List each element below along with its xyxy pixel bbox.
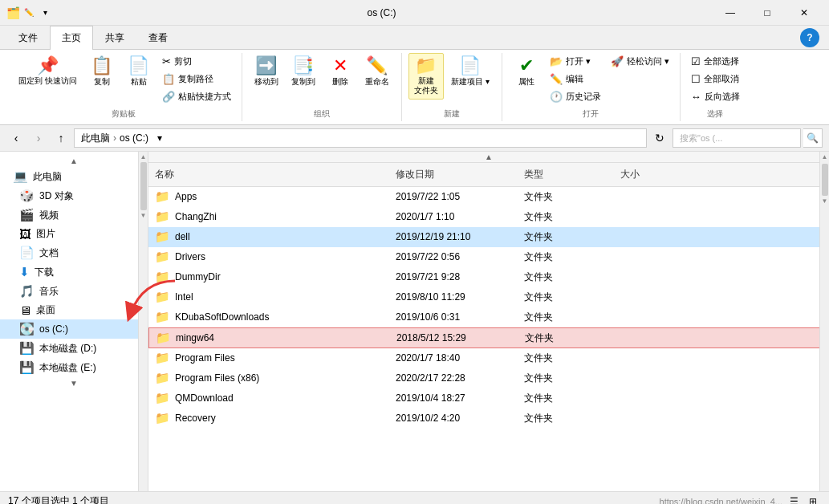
- cut-button[interactable]: ✂ 剪切: [158, 53, 235, 70]
- details-view-button[interactable]: ☰: [786, 494, 802, 505]
- tab-share[interactable]: 共享: [93, 26, 136, 50]
- table-row[interactable]: 📁 Intel 2019/8/10 11:29 文件夹: [148, 287, 829, 307]
- table-row[interactable]: 📁 QMDownload 2019/10/4 18:27 文件夹: [148, 388, 829, 408]
- disk-e-icon: 💾: [19, 360, 35, 375]
- nav-item-documents[interactable]: 📄 文档: [0, 243, 148, 262]
- table-row[interactable]: 📁 KDubaSoftDownloads 2019/10/6 0:31 文件夹: [148, 307, 829, 327]
- table-row[interactable]: 📁 Program Files (x86) 2020/2/17 22:28 文件…: [148, 368, 829, 388]
- file-date: 2019/10/2 4:20: [389, 413, 518, 424]
- paste-shortcut-button[interactable]: 🔗 粘贴快捷方式: [158, 88, 235, 105]
- table-row[interactable]: 📁 mingw64 2018/5/12 15:29 文件夹: [148, 327, 829, 348]
- minimize-button[interactable]: —: [712, 0, 749, 26]
- nav-item-video-label: 视频: [39, 209, 59, 222]
- nav-item-disk-d[interactable]: 💾 本地磁盘 (D:): [0, 339, 148, 358]
- table-row[interactable]: 📁 DummyDir 2019/7/21 9:28 文件夹: [148, 267, 829, 287]
- search-box[interactable]: 搜索"os (...: [673, 128, 801, 148]
- history-button[interactable]: 🕐 历史记录: [546, 88, 605, 105]
- select-group-content: ☑ 全部选择 ☐ 全部取消 ↔ 反向选择: [687, 53, 744, 105]
- file-type: 文件夹: [518, 270, 614, 284]
- nav-item-downloads[interactable]: ⬇ 下载: [0, 262, 148, 282]
- help-button[interactable]: ?: [800, 28, 819, 47]
- file-list-area: ▲ 名称 修改日期 类型 大小 📁 Apps 2019/7/22 1:05 文件…: [148, 152, 829, 491]
- nav-item-os-c[interactable]: 💽 os (C:): [0, 319, 148, 339]
- table-row[interactable]: 📁 Drivers 2019/7/22 0:56 文件夹: [148, 247, 829, 267]
- file-name: DummyDir: [175, 271, 221, 282]
- move-to-button[interactable]: ➡️ 移动到: [249, 53, 284, 91]
- ribbon-group-select: ☑ 全部选择 ☐ 全部取消 ↔ 反向选择 选择: [681, 53, 750, 121]
- table-row[interactable]: 📁 ChangZhi 2020/1/7 1:10 文件夹: [148, 207, 829, 227]
- open-small-col: 📂 打开 ▾ ✏️ 编辑 🕐 历史记录: [546, 53, 605, 105]
- edit-button[interactable]: ✏️ 编辑: [546, 71, 605, 87]
- folder-icon: 📁: [155, 351, 170, 365]
- file-type: 文件夹: [518, 372, 614, 385]
- nav-item-computer-label: 此电脑: [33, 170, 62, 184]
- nav-scroll-up[interactable]: ▲: [0, 155, 148, 167]
- search-button[interactable]: 🔍: [803, 128, 823, 148]
- file-rows-container: 📁 Apps 2019/7/22 1:05 文件夹 📁 ChangZhi 202…: [148, 187, 829, 429]
- tab-view[interactable]: 查看: [136, 26, 180, 50]
- table-row[interactable]: 📁 Apps 2019/7/22 1:05 文件夹: [148, 187, 829, 207]
- address-bar: ‹ › ↑ 此电脑 › os (C:) ▾ ↻ 搜索"os (... 🔍: [0, 125, 829, 152]
- properties-button[interactable]: ✔ 属性: [509, 53, 544, 91]
- table-row[interactable]: 📁 Program Files 2020/1/7 18:40 文件夹: [148, 348, 829, 368]
- nav-item-3d-label: 3D 对象: [39, 189, 74, 203]
- copy-button[interactable]: 📋 复制: [84, 53, 120, 91]
- address-dropdown[interactable]: ▾: [152, 132, 168, 144]
- table-row[interactable]: 📁 Recovery 2019/10/2 4:20 文件夹: [148, 408, 829, 429]
- forward-button[interactable]: ›: [29, 128, 48, 148]
- folder-icon: 📁: [155, 270, 170, 284]
- pictures-icon: 🖼: [19, 227, 31, 241]
- nav-item-disk-e[interactable]: 💾 本地磁盘 (E:): [0, 358, 148, 377]
- breadcrumb-drive[interactable]: os (C:): [120, 132, 148, 144]
- easy-access-button[interactable]: 🚀 轻松访问 ▾: [607, 53, 673, 70]
- select-all-button[interactable]: ☑ 全部选择: [687, 53, 744, 70]
- nav-item-computer[interactable]: 💻 此电脑: [0, 167, 148, 186]
- invert-selection-button[interactable]: ↔ 反向选择: [687, 88, 744, 105]
- delete-button[interactable]: ✕ 删除: [323, 53, 358, 91]
- header-date[interactable]: 修改日期: [389, 166, 518, 183]
- table-row[interactable]: 📁 dell 2019/12/19 21:10 文件夹: [148, 227, 829, 247]
- nav-item-video[interactable]: 🎬 视频: [0, 205, 148, 225]
- tab-home[interactable]: 主页: [50, 26, 93, 50]
- new-item-button[interactable]: 📄 新建项目 ▾: [445, 53, 495, 91]
- maximize-button[interactable]: □: [749, 0, 786, 26]
- nav-item-desktop-label: 桌面: [36, 303, 55, 317]
- folder-icon: 📁: [155, 189, 170, 204]
- title-dropdown-icon[interactable]: ▾: [39, 6, 51, 19]
- nav-scroll-thumb: [140, 162, 147, 210]
- copy-path-button[interactable]: 📋 复制路径: [158, 71, 235, 87]
- pin-to-quick-access-button[interactable]: 📌 固定到 快速访问: [13, 53, 83, 90]
- back-button[interactable]: ‹: [6, 128, 26, 148]
- nav-item-desktop[interactable]: 🖥 桌面: [0, 301, 148, 319]
- header-size[interactable]: 大小: [614, 166, 694, 183]
- open-group-content: ✔ 属性 📂 打开 ▾ ✏️ 编辑 🕐 历史记录 🚀: [509, 53, 673, 105]
- breadcrumb-computer[interactable]: 此电脑: [81, 132, 110, 145]
- address-input[interactable]: 此电脑 › os (C:) ▾: [74, 128, 647, 148]
- nav-scroll-down[interactable]: ▼: [0, 377, 148, 389]
- nav-scrollbar[interactable]: ▲ ▼: [138, 152, 148, 491]
- video-icon: 🎬: [19, 208, 35, 222]
- new-label: 新建: [444, 107, 460, 121]
- open-button[interactable]: 📂 打开 ▾: [546, 53, 605, 70]
- header-name[interactable]: 名称: [148, 166, 389, 183]
- file-scrollbar[interactable]: ▲ ▼: [819, 152, 829, 491]
- new-folder-button[interactable]: 📁 新建文件夹: [408, 53, 444, 100]
- close-button[interactable]: ✕: [786, 0, 823, 26]
- up-button[interactable]: ↑: [51, 128, 71, 148]
- copy-to-button[interactable]: 📑 复制到: [286, 53, 321, 91]
- header-type[interactable]: 类型: [518, 166, 614, 183]
- nav-item-pictures[interactable]: 🖼 图片: [0, 225, 148, 243]
- file-name: Program Files: [175, 352, 235, 364]
- deselect-all-button[interactable]: ☐ 全部取消: [687, 71, 744, 87]
- nav-item-disk-d-label: 本地磁盘 (D:): [39, 342, 96, 356]
- refresh-button[interactable]: ↻: [650, 128, 669, 148]
- large-icons-view-button[interactable]: ⊞: [805, 494, 821, 505]
- new-group-content: 📁 新建文件夹 📄 新建项目 ▾: [408, 53, 495, 105]
- file-scroll-up[interactable]: ▲: [148, 152, 829, 163]
- rename-button[interactable]: ✏️ 重命名: [360, 53, 395, 91]
- folder-icon: 📁: [155, 391, 170, 405]
- nav-item-3d[interactable]: 🎲 3D 对象: [0, 186, 148, 205]
- nav-item-music[interactable]: 🎵 音乐: [0, 282, 148, 301]
- tab-file[interactable]: 文件: [6, 26, 50, 50]
- paste-button[interactable]: 📄 粘贴: [121, 53, 156, 91]
